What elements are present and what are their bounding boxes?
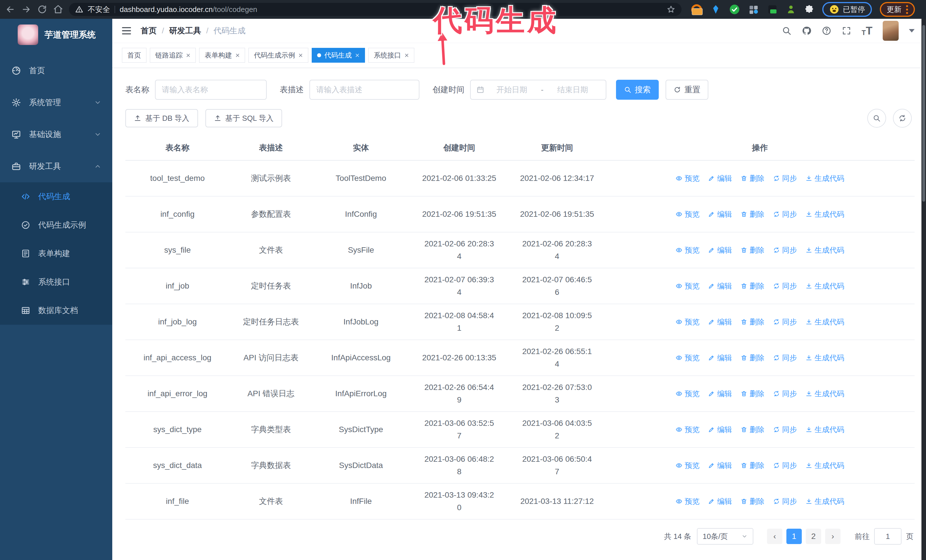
edit-action[interactable]: 编辑: [708, 423, 732, 436]
tab[interactable]: 表单构建 ×: [199, 48, 245, 63]
page-number-button[interactable]: 2: [806, 529, 821, 544]
forward-icon[interactable]: [21, 4, 31, 15]
close-icon[interactable]: ×: [355, 51, 360, 59]
preview-action[interactable]: 预览: [676, 208, 699, 220]
extension-paused-badge[interactable]: 已暂停: [822, 2, 872, 17]
generate-code-action[interactable]: 生成代码: [805, 352, 844, 364]
delete-action[interactable]: 删除: [740, 495, 764, 507]
edit-action[interactable]: 编辑: [708, 172, 732, 184]
preview-action[interactable]: 预览: [676, 352, 699, 364]
breadcrumb-home[interactable]: 首页: [141, 25, 157, 36]
table-name-input[interactable]: [155, 80, 267, 100]
sidebar-item-system-api[interactable]: 系统接口: [0, 268, 112, 296]
scrollbar-track[interactable]: [921, 19, 926, 560]
delete-action[interactable]: 删除: [740, 208, 764, 220]
generate-code-action[interactable]: 生成代码: [805, 495, 844, 507]
github-icon[interactable]: [802, 26, 811, 36]
preview-action[interactable]: 预览: [676, 459, 699, 472]
breadcrumb-dev-tools[interactable]: 研发工具: [169, 25, 201, 36]
goto-page-input[interactable]: [874, 528, 902, 545]
browser-update-button[interactable]: 更新: [880, 2, 915, 17]
delete-action[interactable]: 删除: [740, 280, 764, 292]
prev-page-button[interactable]: ‹: [767, 529, 782, 544]
tab[interactable]: 代码生成 ×: [312, 48, 365, 63]
bookmark-star-icon[interactable]: [667, 5, 675, 14]
extension-icon[interactable]: [711, 4, 721, 15]
sidebar-item-form-builder[interactable]: 表单构建: [0, 239, 112, 268]
tab[interactable]: 代码生成示例 ×: [248, 48, 308, 63]
delete-action[interactable]: 删除: [740, 244, 764, 257]
close-icon[interactable]: ×: [186, 51, 190, 59]
extension-icon[interactable]: [786, 4, 796, 15]
address-bar[interactable]: 不安全 dashboard.yudao.iocoder.cn/tool/code…: [69, 3, 682, 16]
extension-icon[interactable]: [748, 4, 759, 15]
avatar[interactable]: [883, 21, 899, 41]
reload-icon[interactable]: [37, 4, 47, 15]
close-icon[interactable]: ×: [298, 51, 303, 59]
sidebar-item-infrastructure[interactable]: 基础设施: [0, 118, 112, 150]
sync-action[interactable]: 同步: [773, 280, 797, 292]
reset-button[interactable]: 重置: [666, 80, 708, 100]
generate-code-action[interactable]: 生成代码: [805, 387, 844, 400]
preview-action[interactable]: 预览: [676, 495, 699, 507]
preview-action[interactable]: 预览: [676, 423, 699, 436]
sync-action[interactable]: 同步: [773, 315, 797, 328]
edit-action[interactable]: 编辑: [708, 315, 732, 328]
edit-action[interactable]: 编辑: [708, 208, 732, 220]
sidebar-item-dev-tools[interactable]: 研发工具: [0, 150, 112, 182]
fullscreen-icon[interactable]: [842, 26, 851, 36]
close-icon[interactable]: ×: [405, 51, 409, 59]
edit-action[interactable]: 编辑: [708, 495, 732, 507]
sync-action[interactable]: 同步: [773, 208, 797, 220]
kebab-menu-icon[interactable]: [906, 5, 908, 14]
generate-code-action[interactable]: 生成代码: [805, 244, 844, 257]
sync-action[interactable]: 同步: [773, 172, 797, 184]
app-logo-row[interactable]: 芋道管理系统: [0, 19, 112, 51]
generate-code-action[interactable]: 生成代码: [805, 423, 844, 436]
close-icon[interactable]: ×: [235, 51, 240, 59]
generate-code-action[interactable]: 生成代码: [805, 208, 844, 220]
refresh-table-button[interactable]: [893, 109, 912, 128]
preview-action[interactable]: 预览: [676, 244, 699, 257]
table-desc-input[interactable]: [309, 80, 419, 100]
delete-action[interactable]: 删除: [740, 387, 764, 400]
generate-code-action[interactable]: 生成代码: [805, 315, 844, 328]
extension-icon[interactable]: [729, 4, 740, 15]
font-size-icon[interactable]: TT: [862, 25, 872, 36]
preview-action[interactable]: 预览: [676, 315, 699, 328]
extensions-puzzle-icon[interactable]: [804, 4, 814, 15]
edit-action[interactable]: 编辑: [708, 244, 732, 257]
scrollbar-thumb[interactable]: [922, 25, 925, 202]
preview-action[interactable]: 预览: [676, 172, 699, 184]
import-db-button[interactable]: 基于 DB 导入: [126, 109, 198, 127]
hamburger-icon[interactable]: [121, 25, 132, 36]
toggle-search-button[interactable]: [867, 109, 886, 128]
sync-action[interactable]: 同步: [773, 244, 797, 257]
next-page-button[interactable]: ›: [825, 529, 841, 544]
delete-action[interactable]: 删除: [740, 423, 764, 436]
page-size-select[interactable]: 10条/页: [697, 528, 754, 545]
delete-action[interactable]: 删除: [740, 459, 764, 472]
search-button[interactable]: 搜索: [616, 80, 659, 100]
search-icon[interactable]: [782, 26, 791, 36]
page-number-button[interactable]: 1: [787, 529, 802, 544]
preview-action[interactable]: 预览: [676, 387, 699, 400]
import-sql-button[interactable]: 基于 SQL 导入: [206, 109, 282, 127]
tab[interactable]: 首页: [122, 48, 147, 63]
sidebar-item-codegen-example[interactable]: 代码生成示例: [0, 211, 112, 239]
generate-code-action[interactable]: 生成代码: [805, 459, 844, 472]
edit-action[interactable]: 编辑: [708, 387, 732, 400]
delete-action[interactable]: 删除: [740, 352, 764, 364]
sidebar-item-system[interactable]: 系统管理: [0, 87, 112, 118]
delete-action[interactable]: 删除: [740, 315, 764, 328]
home-icon[interactable]: [53, 4, 63, 15]
edit-action[interactable]: 编辑: [708, 280, 732, 292]
generate-code-action[interactable]: 生成代码: [805, 172, 844, 184]
delete-action[interactable]: 删除: [740, 172, 764, 184]
tab[interactable]: 链路追踪 ×: [150, 48, 196, 63]
caret-down-icon[interactable]: [909, 29, 915, 32]
tab[interactable]: 系统接口 ×: [368, 48, 414, 63]
sync-action[interactable]: 同步: [773, 352, 797, 364]
sync-action[interactable]: 同步: [773, 387, 797, 400]
sidebar-item-db-docs[interactable]: 数据库文档: [0, 296, 112, 325]
